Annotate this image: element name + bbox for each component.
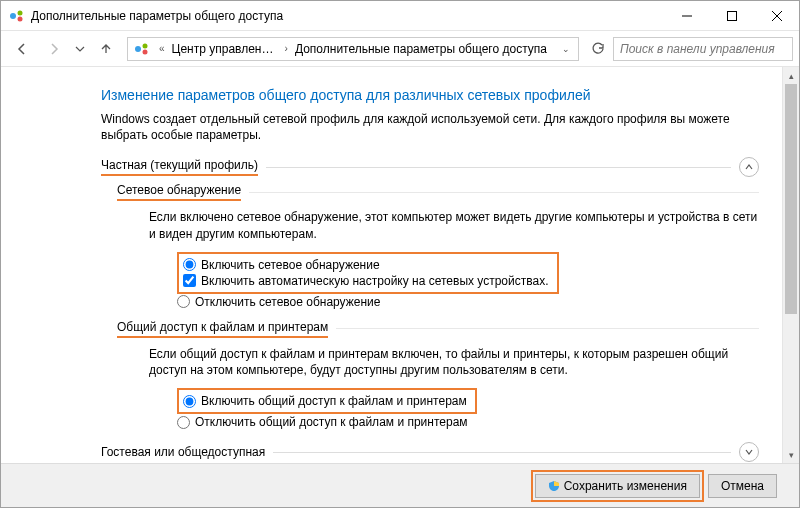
scroll-thumb[interactable] bbox=[785, 84, 797, 314]
radio-input[interactable] bbox=[183, 395, 196, 408]
expand-icon[interactable] bbox=[739, 442, 759, 462]
search-input[interactable]: Поиск в панели управления bbox=[613, 37, 793, 61]
divider bbox=[336, 328, 759, 329]
radio-input[interactable] bbox=[183, 258, 196, 271]
address-dropdown[interactable]: ⌄ bbox=[556, 44, 576, 54]
fileshare-desc: Если общий доступ к файлам и принтерам в… bbox=[149, 346, 759, 378]
fileshare-off-radio[interactable]: Отключить общий доступ к файлам и принте… bbox=[177, 414, 759, 430]
back-button[interactable] bbox=[7, 35, 37, 63]
vertical-scrollbar[interactable]: ▴ ▾ bbox=[782, 67, 799, 463]
section-private-header[interactable]: Частная (текущий профиль) bbox=[101, 157, 759, 177]
subsection-discovery-header: Сетевое обнаружение bbox=[117, 183, 759, 201]
svg-point-9 bbox=[143, 49, 148, 54]
app-icon bbox=[9, 8, 25, 24]
svg-point-7 bbox=[135, 46, 141, 52]
radio-input[interactable] bbox=[177, 416, 190, 429]
save-button[interactable]: Сохранить изменения bbox=[535, 474, 700, 498]
recent-button[interactable] bbox=[71, 35, 89, 63]
radio-label: Включить общий доступ к файлам и принтер… bbox=[201, 394, 467, 408]
navbar: « Центр управлени... › Дополнительные па… bbox=[1, 31, 799, 67]
section-guest-title: Гостевая или общедоступная bbox=[101, 445, 265, 459]
subsection-discovery-title: Сетевое обнаружение bbox=[117, 183, 241, 201]
svg-point-1 bbox=[18, 10, 23, 15]
scroll-down-arrow[interactable]: ▾ bbox=[783, 446, 799, 463]
svg-point-8 bbox=[143, 43, 148, 48]
divider bbox=[266, 167, 731, 168]
maximize-button[interactable] bbox=[709, 1, 754, 31]
radio-input[interactable] bbox=[177, 295, 190, 308]
page-heading: Изменение параметров общего доступа для … bbox=[101, 87, 759, 103]
save-label: Сохранить изменения bbox=[564, 479, 687, 493]
subsection-fileshare-title: Общий доступ к файлам и принтерам bbox=[117, 320, 328, 338]
collapse-icon[interactable] bbox=[739, 157, 759, 177]
divider bbox=[249, 192, 759, 193]
page-intro: Windows создает отдельный сетевой профил… bbox=[101, 111, 759, 143]
breadcrumb-seg-2[interactable]: Дополнительные параметры общего доступа bbox=[293, 42, 549, 56]
footer: Сохранить изменения Отмена bbox=[1, 463, 799, 507]
chevron-right-icon: › bbox=[280, 43, 293, 54]
subsection-fileshare-header: Общий доступ к файлам и принтерам bbox=[117, 320, 759, 338]
cancel-label: Отмена bbox=[721, 479, 764, 493]
up-button[interactable] bbox=[91, 35, 121, 63]
location-icon bbox=[134, 41, 150, 57]
shield-icon bbox=[548, 480, 560, 492]
titlebar: Дополнительные параметры общего доступа bbox=[1, 1, 799, 31]
address-bar[interactable]: « Центр управлени... › Дополнительные па… bbox=[127, 37, 579, 61]
checkbox-input[interactable] bbox=[183, 274, 196, 287]
content-area: Изменение параметров общего доступа для … bbox=[1, 67, 799, 463]
radio-label: Включить сетевое обнаружение bbox=[201, 258, 380, 272]
divider bbox=[273, 452, 731, 453]
section-guest-header[interactable]: Гостевая или общедоступная bbox=[101, 442, 759, 462]
svg-point-0 bbox=[10, 13, 16, 19]
search-placeholder: Поиск в панели управления bbox=[620, 42, 775, 56]
discovery-on-radio[interactable]: Включить сетевое обнаружение bbox=[183, 257, 549, 273]
cancel-button[interactable]: Отмена bbox=[708, 474, 777, 498]
radio-label: Отключить общий доступ к файлам и принте… bbox=[195, 415, 468, 429]
scroll-up-arrow[interactable]: ▴ bbox=[783, 67, 799, 84]
minimize-button[interactable] bbox=[664, 1, 709, 31]
section-private-title: Частная (текущий профиль) bbox=[101, 158, 258, 176]
refresh-button[interactable] bbox=[585, 42, 611, 56]
breadcrumb-seg-1[interactable]: Центр управлени... bbox=[170, 42, 280, 56]
discovery-off-radio[interactable]: Отключить сетевое обнаружение bbox=[177, 294, 759, 310]
discovery-desc: Если включено сетевое обнаружение, этот … bbox=[149, 209, 759, 241]
forward-button[interactable] bbox=[39, 35, 69, 63]
close-button[interactable] bbox=[754, 1, 799, 31]
svg-point-2 bbox=[18, 16, 23, 21]
fileshare-on-highlight: Включить общий доступ к файлам и принтер… bbox=[177, 388, 477, 414]
checkbox-label: Включить автоматическую настройку на сет… bbox=[201, 274, 549, 288]
breadcrumb-root-chevron[interactable]: « bbox=[154, 43, 170, 54]
svg-rect-4 bbox=[727, 11, 736, 20]
fileshare-on-radio[interactable]: Включить общий доступ к файлам и принтер… bbox=[183, 393, 467, 409]
radio-label: Отключить сетевое обнаружение bbox=[195, 295, 380, 309]
discovery-options-highlight: Включить сетевое обнаружение Включить ав… bbox=[177, 252, 559, 294]
discovery-auto-checkbox[interactable]: Включить автоматическую настройку на сет… bbox=[183, 273, 549, 289]
window-title: Дополнительные параметры общего доступа bbox=[31, 9, 664, 23]
